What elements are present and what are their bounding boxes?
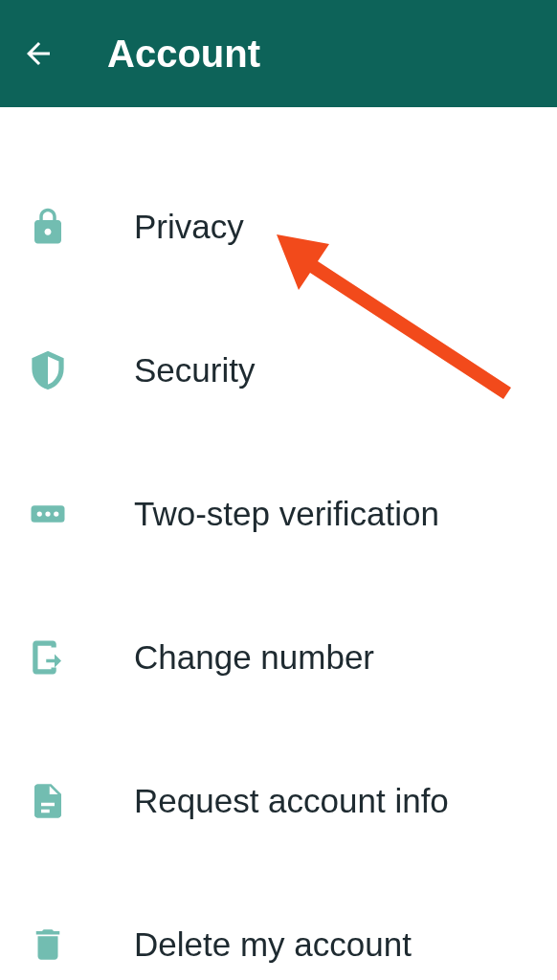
svg-point-2 [45,511,50,516]
change-number-icon [25,635,71,680]
menu-item-change-number[interactable]: Change number [0,586,557,729]
svg-point-1 [37,511,42,516]
dots-icon [25,491,71,537]
menu-item-request-info[interactable]: Request account info [0,729,557,873]
shield-icon [25,347,71,393]
menu-item-label: Privacy [134,208,244,246]
menu-item-delete-account[interactable]: Delete my account [0,873,557,980]
svg-rect-5 [41,810,50,813]
menu-item-label: Two-step verification [134,495,439,533]
settings-menu: Privacy Security Two-step verification [0,107,557,980]
menu-item-security[interactable]: Security [0,299,557,442]
back-button[interactable] [15,31,61,77]
document-icon [25,778,71,824]
lock-icon [25,204,71,250]
menu-item-label: Delete my account [134,925,412,964]
app-header: Account [0,0,557,107]
arrow-left-icon [21,36,56,71]
page-title: Account [107,33,260,76]
menu-item-label: Request account info [134,782,449,820]
menu-item-privacy[interactable]: Privacy [0,155,557,299]
menu-item-label: Security [134,351,255,390]
menu-item-two-step[interactable]: Two-step verification [0,442,557,586]
menu-item-label: Change number [134,638,374,677]
trash-icon [25,922,71,968]
svg-point-3 [54,511,58,516]
svg-rect-4 [41,803,55,807]
